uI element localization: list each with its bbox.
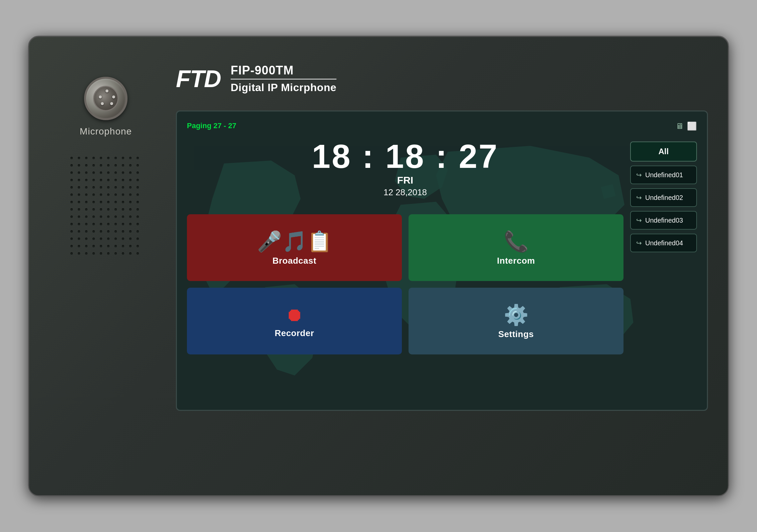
- grille-dot: [107, 157, 109, 159]
- grille-dot: [122, 172, 124, 174]
- undefined02-button[interactable]: ↪ Undefined02: [630, 188, 697, 207]
- grille-dot: [114, 208, 117, 211]
- grille-dot: [129, 223, 132, 225]
- paging-label: Paging 27 - 27: [187, 121, 623, 130]
- grille-dot: [114, 245, 117, 247]
- main-screen: 🖥 ⬜ Paging 27 - 27 18 : 18 : 27 FRI 12 2…: [176, 110, 708, 411]
- grille-dot: [85, 157, 87, 159]
- connector-pin-2: [99, 95, 102, 98]
- grille-dot: [70, 230, 73, 233]
- grille-dot: [92, 245, 95, 247]
- grille-dot: [107, 172, 109, 174]
- grille-dot: [122, 245, 124, 247]
- clock-day: FRI: [187, 175, 623, 186]
- grille-dot: [100, 223, 102, 225]
- grille-dot: [92, 216, 95, 218]
- undefined01-button[interactable]: ↪ Undefined01: [630, 166, 697, 184]
- grille-dot: [129, 172, 132, 174]
- grille-dot: [129, 238, 132, 240]
- grille-dot: [100, 201, 102, 203]
- grille-dot: [114, 252, 117, 255]
- grille-dot: [85, 216, 87, 218]
- intercom-label: Intercom: [497, 256, 535, 266]
- undefined04-icon: ↪: [636, 239, 642, 247]
- grille-dot: [92, 157, 95, 159]
- grille-dot: [100, 186, 102, 189]
- grille-dot: [92, 208, 95, 211]
- grille-dot: [78, 157, 80, 159]
- recorder-icon: ⏺: [285, 306, 304, 324]
- intercom-icon: 📞: [504, 232, 529, 252]
- grille-dot: [85, 252, 87, 255]
- grille-dot: [137, 172, 139, 174]
- grille-dot: [114, 194, 117, 196]
- grille-dot: [129, 230, 132, 233]
- grille-dot: [100, 216, 102, 218]
- grille-dot: [92, 223, 95, 225]
- grille-dot: [114, 179, 117, 181]
- grille-dot: [114, 230, 117, 233]
- broadcast-tile[interactable]: 🎤🎵📋 Broadcast: [187, 214, 402, 281]
- grille-dot: [70, 201, 73, 203]
- grille-dot: [100, 194, 102, 196]
- grille-dot: [137, 179, 139, 181]
- screen-status-bar: 🖥 ⬜: [676, 121, 697, 131]
- grille-dot: [100, 172, 102, 174]
- clock-date: 12 28,2018: [187, 187, 623, 198]
- speaker-grille: [70, 157, 141, 257]
- recorder-label: Recorder: [275, 328, 314, 338]
- grille-dot: [137, 157, 139, 159]
- logo-divider: FIP-900TM Digital IP Micrphone: [231, 63, 336, 94]
- grille-dot: [129, 208, 132, 211]
- intercom-tile[interactable]: 📞 Intercom: [409, 214, 623, 281]
- grille-dot: [122, 208, 124, 211]
- recorder-tile[interactable]: ⏺ Recorder: [187, 288, 402, 354]
- microphone-connector: [84, 77, 128, 120]
- grille-dot: [85, 172, 87, 174]
- grille-dot: [85, 194, 87, 196]
- grille-dot: [129, 252, 132, 255]
- grille-dot: [137, 223, 139, 225]
- all-button[interactable]: All: [630, 142, 697, 162]
- grille-dot: [137, 230, 139, 233]
- brand-logo: FTD: [176, 65, 221, 92]
- undefined03-button[interactable]: ↪ Undefined03: [630, 211, 697, 230]
- grille-dot: [114, 164, 117, 167]
- grille-dot: [70, 164, 73, 167]
- grille-dot: [122, 179, 124, 181]
- settings-tile[interactable]: ⚙️ Settings: [409, 288, 623, 354]
- grille-dot: [85, 238, 87, 240]
- all-label: All: [659, 147, 669, 156]
- grille-dot: [107, 208, 109, 211]
- grille-dot: [78, 186, 80, 189]
- undefined01-label: Undefined01: [645, 171, 683, 179]
- grille-dot: [129, 157, 132, 159]
- undefined04-button[interactable]: ↪ Undefined04: [630, 234, 697, 252]
- grille-dot: [78, 230, 80, 233]
- grille-dot: [114, 172, 117, 174]
- grille-dot: [137, 194, 139, 196]
- grille-dot: [137, 252, 139, 255]
- grille-dot: [100, 157, 102, 159]
- main-section: FTD FIP-900TM Digital IP Micrphone: [156, 57, 708, 411]
- grille-dot: [107, 223, 109, 225]
- screen-content: Paging 27 - 27 18 : 18 : 27 FRI 12 28,20…: [177, 111, 707, 410]
- grille-dot: [85, 230, 87, 233]
- grille-dot: [100, 252, 102, 255]
- grille-dot: [122, 252, 124, 255]
- grille-dot: [78, 172, 80, 174]
- grille-dot: [70, 194, 73, 196]
- grille-dot: [100, 164, 102, 167]
- grille-dot: [122, 186, 124, 189]
- device-panel: Microphone FTD FIP-900TM Digital IP Micr…: [28, 36, 729, 496]
- grille-dot: [107, 252, 109, 255]
- grille-dot: [129, 216, 132, 218]
- grille-dot: [70, 252, 73, 255]
- screen-sidebar: All ↪ Undefined01 ↪ Undefined02 ↪ Undefi…: [623, 142, 697, 400]
- grille-dot: [70, 245, 73, 247]
- grille-dot: [122, 230, 124, 233]
- time-display: 18 : 18 : 27 FRI 12 28,2018: [187, 140, 623, 208]
- grille-dot: [122, 238, 124, 240]
- grille-dot: [122, 223, 124, 225]
- grille-dot: [100, 179, 102, 181]
